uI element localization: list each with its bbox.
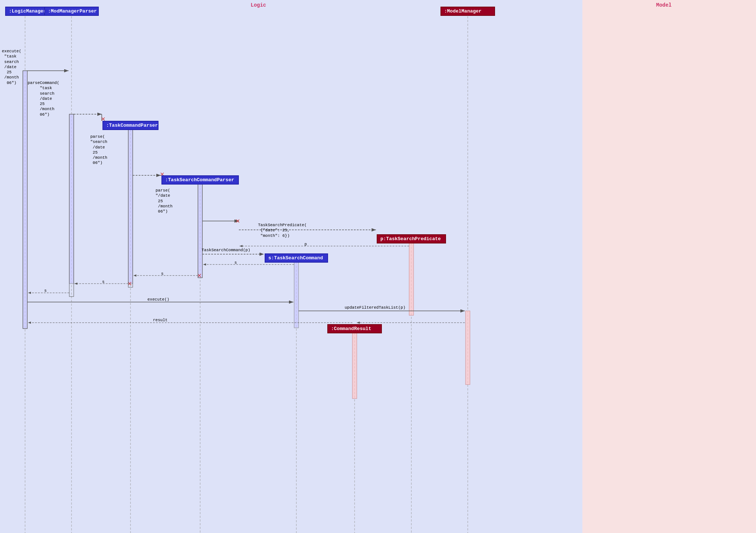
logic-region — [0, 0, 582, 533]
msg-execute-label: execute( "task search /date 25 /month 06… — [2, 49, 21, 85]
msg-tscommand-label: TaskSearchCommand(p) — [202, 248, 250, 253]
msg-update-label: updateFilteredTaskList(p) — [345, 305, 405, 310]
task-search-command-parser-box: :TaskSearchCommandParser — [161, 175, 239, 185]
command-result-box: :CommandResult — [327, 324, 382, 333]
task-command-parser-box: :TaskCommandParser — [102, 121, 158, 130]
sequence-diagram: Logic Model :LogicManager :ModManagerPar… — [0, 0, 756, 533]
model-manager-box: :ModelManager — [440, 7, 495, 16]
task-search-predicate-box: p:TaskSearchPredicate — [377, 234, 446, 243]
msg-predicate-label: TaskSearchPredicate( {"date": 25, "month… — [258, 222, 307, 238]
msg-parsecommand-label: parseCommand( "task search /date 25 /mon… — [28, 80, 59, 117]
msg-p-return-label: p — [304, 242, 307, 247]
msg-execute2-label: execute() — [147, 297, 169, 302]
msg-s2-label: s — [161, 271, 164, 276]
model-region — [582, 0, 756, 533]
model-label: Model — [656, 2, 672, 8]
msg-result-label: result — [153, 318, 168, 323]
task-search-command-box: s:TaskSearchCommand — [265, 253, 328, 263]
msg-s4-label: s — [44, 288, 47, 293]
logic-manager-box: :LogicManager — [5, 7, 45, 16]
logic-label: Logic — [251, 2, 266, 8]
msg-s3-label: s — [102, 279, 105, 284]
mod-manager-parser-box: :ModManagerParser — [44, 7, 99, 16]
msg-parse1-label: parse("search /date 25 /month 06") — [90, 134, 107, 166]
msg-s1-label: s — [234, 260, 237, 265]
msg-parse2-label: parse("/date 25 /month 06") — [156, 188, 173, 214]
